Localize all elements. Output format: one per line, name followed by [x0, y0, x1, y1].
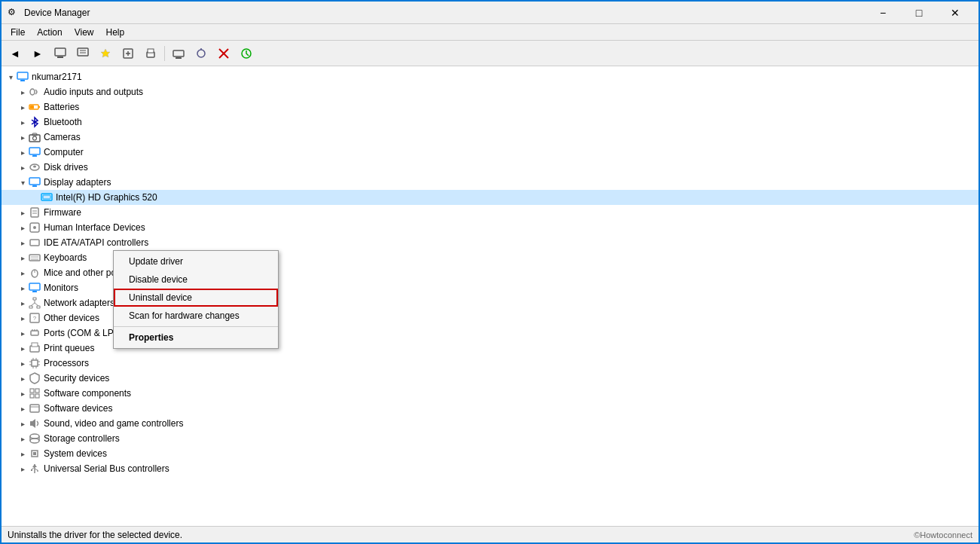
context-menu-separator — [114, 326, 278, 327]
expander-audio[interactable] — [17, 86, 29, 98]
toolbar-btn-3[interactable] — [50, 43, 71, 64]
tree-item-ide[interactable]: IDE ATA/ATAPI controllers — [2, 235, 978, 250]
gpu-icon — [41, 191, 53, 203]
expander-cameras[interactable] — [17, 131, 29, 143]
svg-rect-19 — [17, 72, 28, 79]
expander-print[interactable] — [17, 342, 29, 354]
context-menu-disable[interactable]: Disable device — [114, 270, 278, 289]
tree-item-storage[interactable]: Storage controllers — [2, 431, 978, 446]
maximize-button[interactable]: □ — [902, 2, 936, 24]
expander-bluetooth[interactable] — [17, 116, 29, 128]
display-icon — [29, 176, 41, 188]
toolbar-btn-scan[interactable] — [191, 43, 212, 64]
expander-ide[interactable] — [17, 237, 29, 249]
expander-security[interactable] — [17, 372, 29, 384]
context-menu-scan[interactable]: Scan for hardware changes — [114, 307, 278, 325]
expander-other[interactable] — [17, 312, 29, 324]
tree-item-firmware[interactable]: Firmware — [2, 205, 978, 220]
tree-item-sw-components[interactable]: Software components — [2, 386, 978, 401]
svg-rect-2 — [78, 48, 88, 56]
svg-point-14 — [197, 50, 205, 57]
minimize-button[interactable]: − — [866, 2, 900, 24]
expander-root[interactable] — [5, 71, 17, 83]
tree-item-audio[interactable]: Audio inputs and outputs — [2, 84, 978, 99]
svg-rect-42 — [29, 255, 40, 261]
tree-label-hid: Human Interface Devices — [44, 222, 145, 233]
tree-item-cameras[interactable]: Cameras — [2, 130, 978, 145]
expander-hid[interactable] — [17, 222, 29, 234]
expander-disk[interactable] — [17, 161, 29, 173]
tree-item-usb[interactable]: Universal Serial Bus controllers — [2, 461, 978, 476]
toolbar-btn-5[interactable] — [95, 43, 116, 64]
svg-text:?: ? — [33, 315, 37, 322]
expander-ports[interactable] — [17, 327, 29, 339]
context-menu-uninstall[interactable]: Uninstall device — [114, 289, 278, 307]
toolbar-forward[interactable]: ► — [27, 43, 48, 64]
expander-system[interactable] — [17, 448, 29, 460]
tree-item-bluetooth[interactable]: Bluetooth — [2, 115, 978, 130]
svg-point-40 — [33, 226, 36, 229]
device-tree[interactable]: nkumar2171 Audio inputs and outputs Batt… — [2, 66, 978, 526]
menu-help[interactable]: Help — [100, 24, 131, 41]
computer2-icon — [29, 146, 41, 158]
svg-point-21 — [30, 89, 35, 95]
bluetooth-icon — [29, 116, 41, 128]
expander-firmware[interactable] — [17, 206, 29, 219]
toolbar-print[interactable] — [140, 43, 161, 64]
tree-label-display: Display adapters — [44, 177, 111, 188]
menu-action[interactable]: Action — [31, 24, 68, 41]
context-menu-update-driver[interactable]: Update driver — [114, 252, 278, 270]
processor-icon — [29, 357, 41, 369]
toolbar-btn-update[interactable] — [236, 43, 257, 64]
expander-batteries[interactable] — [17, 101, 29, 113]
title-bar-controls: − □ ✕ — [866, 2, 972, 24]
expander-display[interactable] — [17, 176, 29, 188]
hid-icon — [29, 222, 41, 234]
svg-rect-36 — [31, 208, 38, 217]
toolbar-btn-6[interactable] — [118, 43, 139, 64]
tree-item-root[interactable]: nkumar2171 — [2, 69, 978, 84]
svg-rect-41 — [30, 240, 39, 246]
expander-sound[interactable] — [17, 417, 29, 429]
svg-rect-1 — [57, 57, 63, 58]
tree-item-computer[interactable]: Computer — [2, 145, 978, 160]
tree-label-usb: Universal Serial Bus controllers — [44, 463, 169, 474]
tree-item-sound[interactable]: Sound, video and game controllers — [2, 416, 978, 431]
expander-mice[interactable] — [17, 267, 29, 279]
expander-sw-components[interactable] — [17, 387, 29, 399]
svg-point-26 — [33, 136, 37, 140]
tree-label-sound: Sound, video and game controllers — [44, 418, 183, 429]
expander-sw-devices[interactable] — [17, 402, 29, 414]
svg-rect-12 — [173, 50, 184, 57]
toolbar-btn-4[interactable] — [72, 43, 93, 64]
expander-processors[interactable] — [17, 357, 29, 369]
menu-file[interactable]: File — [5, 24, 31, 41]
audio-icon — [29, 86, 41, 98]
sw-devices-icon — [29, 402, 41, 414]
expander-computer[interactable] — [17, 146, 29, 158]
toolbar-btn-remove[interactable] — [213, 43, 234, 64]
tree-item-sw-devices[interactable]: Software devices — [2, 401, 978, 416]
toolbar-btn-8[interactable] — [168, 43, 189, 64]
tree-item-batteries[interactable]: Batteries — [2, 99, 978, 115]
toolbar-back[interactable]: ◄ — [5, 43, 26, 64]
close-button[interactable]: ✕ — [938, 2, 972, 24]
context-menu-properties[interactable]: Properties — [114, 329, 278, 347]
expander-usb[interactable] — [17, 463, 29, 475]
tree-item-disk[interactable]: Disk drives — [2, 160, 978, 175]
tree-item-security[interactable]: Security devices — [2, 371, 978, 386]
tree-item-processors[interactable]: Processors — [2, 356, 978, 371]
menu-view[interactable]: View — [69, 24, 100, 41]
svg-rect-73 — [35, 389, 39, 393]
svg-rect-0 — [55, 48, 66, 56]
expander-monitors[interactable] — [17, 282, 29, 294]
tree-item-intel-gpu[interactable]: Intel(R) HD Graphics 520 — [2, 190, 978, 205]
svg-rect-74 — [30, 394, 34, 398]
expander-storage[interactable] — [17, 432, 29, 445]
expander-keyboards[interactable] — [17, 252, 29, 264]
tree-item-display[interactable]: Display adapters — [2, 175, 978, 190]
tree-item-hid[interactable]: Human Interface Devices — [2, 220, 978, 235]
svg-marker-79 — [32, 419, 35, 428]
expander-network[interactable] — [17, 297, 29, 309]
tree-item-system[interactable]: System devices — [2, 446, 978, 461]
